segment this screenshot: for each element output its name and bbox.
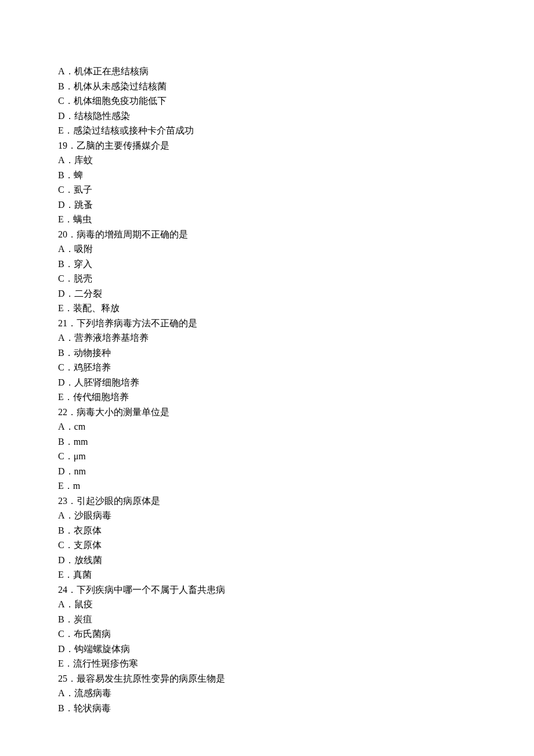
- text-line: A．机体正在患结核病: [58, 64, 476, 79]
- text-line: E．感染过结核或接种卡介苗成功: [58, 123, 476, 138]
- text-line: E．真菌: [58, 567, 476, 582]
- text-line: C．支原体: [58, 538, 476, 553]
- text-line: C．μm: [58, 449, 476, 464]
- text-line: E．m: [58, 478, 476, 494]
- text-line: E．传代细胞培养: [58, 390, 476, 405]
- text-line: B．炭疽: [58, 612, 476, 627]
- text-line: B．轮状病毒: [58, 701, 476, 716]
- text-line: E．流行性斑疹伤寒: [58, 656, 476, 671]
- text-line: 24．下列疾病中哪一个不属于人畜共患病: [58, 582, 476, 597]
- text-line: A．吸附: [58, 242, 476, 257]
- text-line: D．结核隐性感染: [58, 109, 476, 124]
- text-line: C．机体细胞免疫功能低下: [58, 93, 476, 109]
- text-line: 22．病毒大小的测量单位是: [58, 405, 476, 420]
- text-line: B．动物接种: [58, 345, 476, 361]
- text-line: 21．下列培养病毒方法不正确的是: [58, 316, 476, 331]
- document-body: A．机体正在患结核病 B．机体从未感染过结核菌 C．机体细胞免疫功能低下 D．结…: [58, 64, 476, 715]
- text-line: C．布氏菌病: [58, 627, 476, 642]
- text-line: D．放线菌: [58, 553, 476, 568]
- text-line: 25．最容易发生抗原性变异的病原生物是: [58, 671, 476, 686]
- text-line: A．营养液培养基培养: [58, 330, 476, 345]
- text-line: D．nm: [58, 464, 476, 479]
- text-line: A．库蚊: [58, 153, 476, 168]
- text-line: 23．引起沙眼的病原体是: [58, 494, 476, 509]
- text-line: A．流感病毒: [58, 686, 476, 701]
- text-line: B．穿入: [58, 257, 476, 272]
- text-line: E．螨虫: [58, 212, 476, 227]
- text-line: A．cm: [58, 419, 476, 434]
- text-line: 19．乙脑的主要传播媒介是: [58, 138, 476, 153]
- text-line: A．沙眼病毒: [58, 508, 476, 523]
- text-line: E．装配、释放: [58, 301, 476, 316]
- text-line: C．脱壳: [58, 271, 476, 286]
- text-line: B．蜱: [58, 168, 476, 183]
- text-line: B．mm: [58, 434, 476, 449]
- text-line: C．鸡胚培养: [58, 360, 476, 375]
- text-line: 20．病毒的增殖周期不正确的是: [58, 227, 476, 242]
- text-line: B．机体从未感染过结核菌: [58, 79, 476, 94]
- text-line: D．人胚肾细胞培养: [58, 375, 476, 390]
- text-line: A．鼠疫: [58, 597, 476, 612]
- text-line: C．虱子: [58, 182, 476, 197]
- text-line: D．跳蚤: [58, 197, 476, 213]
- text-line: D．钩端螺旋体病: [58, 642, 476, 657]
- text-line: D．二分裂: [58, 286, 476, 301]
- text-line: B．衣原体: [58, 523, 476, 538]
